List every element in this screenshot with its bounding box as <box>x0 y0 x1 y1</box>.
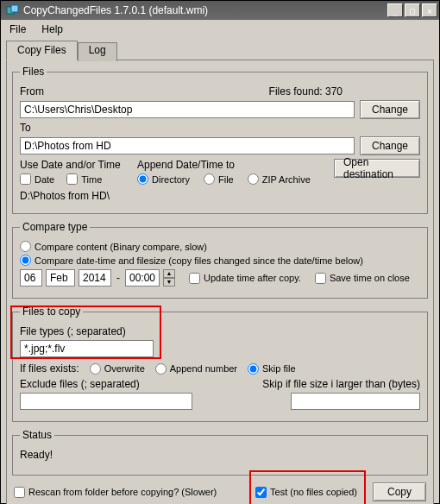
compare-legend: Compare type <box>20 221 90 233</box>
app-icon <box>6 3 20 17</box>
menu-help[interactable]: Help <box>41 23 63 35</box>
sep-field: - <box>115 269 122 287</box>
dest-preview: D:\Photos from HD\ <box>20 190 110 202</box>
append-label: Append Date/Time to <box>137 159 329 171</box>
exclude-input[interactable] <box>20 393 192 410</box>
year-field[interactable]: 2014 <box>79 269 111 287</box>
file-types-input[interactable]: *.jpg;*.flv <box>20 340 154 357</box>
files-legend: Files <box>20 66 47 78</box>
compare-datetime-radio[interactable]: Compare date-time and filesize (copy fil… <box>20 255 363 266</box>
tab-body: Files From Files found: 370 C:\Users\Chr… <box>6 60 434 504</box>
filter-group: Files to copy File types (; separated) *… <box>12 306 428 422</box>
month-field[interactable]: Feb <box>46 269 75 287</box>
rescan-checkbox[interactable]: Rescan from folder before copying? (Slow… <box>14 487 217 498</box>
minimize-button[interactable]: _ <box>387 3 403 17</box>
change-to-button[interactable]: Change <box>360 136 420 155</box>
menubar: File Help <box>1 20 439 39</box>
app-window: CopyChangedFiles 1.7.0.1 (default.wmi) _… <box>0 0 440 504</box>
test-checkbox[interactable]: Test (no files copied) <box>255 487 357 498</box>
status-legend: Status <box>20 429 54 441</box>
change-from-button[interactable]: Change <box>360 100 420 119</box>
use-date-time-label: Use Date and/or Time <box>20 159 132 171</box>
time-field[interactable]: 00:00 <box>125 269 160 287</box>
overwrite-radio[interactable]: Overwrite <box>90 363 145 375</box>
tab-copy-files[interactable]: Copy Files <box>6 41 78 60</box>
exclude-label: Exclude files (; separated) <box>20 378 140 390</box>
spin-down-icon[interactable]: ▼ <box>163 278 175 287</box>
status-group: Status Ready! <box>12 429 428 476</box>
skip-file-radio[interactable]: Skip file <box>248 363 296 375</box>
skip-size-label: Skip if file size i larger than (bytes) <box>262 378 420 390</box>
svg-rect-1 <box>11 5 18 12</box>
tab-log[interactable]: Log <box>78 42 117 61</box>
compare-group: Compare type Compare content (Binary com… <box>12 221 428 299</box>
date-checkbox[interactable]: Date <box>20 173 54 185</box>
time-checkbox[interactable]: Time <box>66 173 102 185</box>
append-directory-radio[interactable]: Directory <box>137 173 190 185</box>
window-controls: _ □ ✕ <box>387 3 437 17</box>
to-input[interactable]: D:\Photos from HD <box>20 137 355 154</box>
files-found-label: Files found: 370 <box>269 85 343 98</box>
compare-content-radio[interactable]: Compare content (Binary compare, slow) <box>20 241 207 252</box>
status-text: Ready! <box>20 446 420 466</box>
titlebar: CopyChangedFiles 1.7.0.1 (default.wmi) _… <box>1 1 439 20</box>
spin-up-icon[interactable]: ▲ <box>163 269 175 278</box>
files-group: Files From Files found: 370 C:\Users\Chr… <box>12 66 428 214</box>
copy-button[interactable]: Copy <box>373 482 426 501</box>
from-input[interactable]: C:\Users\Chris\Desktop <box>20 101 355 118</box>
if-exists-label: If files exists: <box>20 362 79 375</box>
append-number-radio[interactable]: Append number <box>155 363 237 375</box>
open-destination-button[interactable]: Open destination <box>334 159 420 178</box>
maximize-button[interactable]: □ <box>405 3 420 17</box>
time-spinner[interactable]: ▲▼ <box>163 269 175 287</box>
file-types-label: File types (; separated) <box>20 325 126 337</box>
tabs: Copy Files Log <box>6 41 434 60</box>
save-time-checkbox[interactable]: Save time on close <box>315 273 410 284</box>
close-button[interactable]: ✕ <box>422 3 437 17</box>
to-label: To <box>20 122 31 134</box>
append-file-radio[interactable]: File <box>204 173 234 185</box>
day-field[interactable]: 06 <box>20 269 42 287</box>
filter-legend: Files to copy <box>20 306 83 318</box>
content: Copy Files Log Files From Files found: 3… <box>1 41 439 504</box>
menu-file[interactable]: File <box>9 23 26 35</box>
skip-size-input[interactable] <box>291 393 420 410</box>
append-zip-radio[interactable]: ZIP Archive <box>248 173 311 185</box>
from-label: From <box>20 85 44 98</box>
window-title: CopyChangedFiles 1.7.0.1 (default.wmi) <box>23 4 387 16</box>
date-picker[interactable]: 06 Feb 2014 - 00:00 ▲▼ <box>20 269 175 287</box>
update-time-checkbox[interactable]: Update time after copy. <box>189 273 301 284</box>
